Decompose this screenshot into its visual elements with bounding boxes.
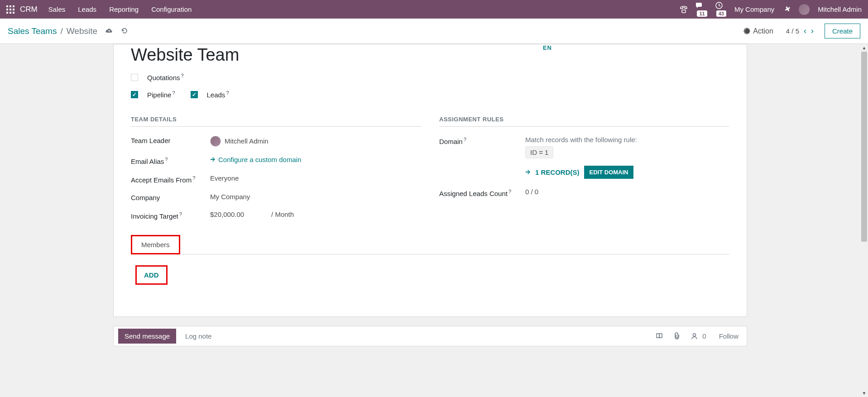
pipeline-checkbox[interactable] <box>131 91 138 98</box>
svg-rect-5 <box>13 9 14 10</box>
nav-menu: Sales Leads Reporting Configuration <box>48 5 192 13</box>
company-value[interactable]: My Company <box>210 193 421 201</box>
invoicing-help-icon[interactable]: ? <box>179 211 182 217</box>
accept-emails-value[interactable]: Everyone <box>210 174 421 182</box>
create-button[interactable]: Create <box>825 24 860 38</box>
pager-prev[interactable]: ‹ <box>804 26 806 36</box>
nav-menu-configuration[interactable]: Configuration <box>151 5 192 13</box>
team-details-title: TEAM DETAILS <box>131 116 421 127</box>
scrollbar-thumb[interactable] <box>861 52 867 242</box>
tab-members[interactable]: Members <box>131 235 180 254</box>
messages-badge: 11 <box>697 10 707 17</box>
accept-emails-help-icon[interactable]: ? <box>192 175 195 181</box>
chatter: Send message Log note 0 Follow <box>113 326 747 346</box>
configure-domain-text: Configure a custom domain <box>218 156 301 163</box>
team-leader-avatar <box>210 136 221 147</box>
discard-icon[interactable] <box>121 28 128 34</box>
cloud-save-icon[interactable] <box>106 28 113 34</box>
nav-menu-reporting[interactable]: Reporting <box>109 5 139 13</box>
assigned-leads-value: 0 / 0 <box>525 188 729 196</box>
scrollbar-track[interactable] <box>860 52 868 389</box>
team-leader-value[interactable]: Mitchell Admin <box>210 136 421 147</box>
action-dropdown[interactable]: Action <box>743 27 773 35</box>
svg-rect-3 <box>6 9 8 10</box>
domain-chip: ID = 1 <box>525 146 553 158</box>
messages-icon[interactable]: 11 <box>696 2 707 17</box>
pager-text: 4 / 5 <box>786 27 799 35</box>
chatter-book-icon[interactable] <box>656 333 663 340</box>
add-member-button[interactable]: ADD <box>135 265 168 285</box>
leads-help-icon[interactable]: ? <box>226 90 229 96</box>
records-link[interactable]: 1 RECORD(S) <box>535 168 580 176</box>
user-avatar[interactable] <box>799 4 810 15</box>
edit-domain-button[interactable]: EDIT DOMAIN <box>584 166 634 179</box>
log-note-button[interactable]: Log note <box>185 332 211 340</box>
action-label: Action <box>753 27 773 35</box>
activities-badge: 43 <box>716 10 726 17</box>
scrollbar-down-arrow[interactable]: ▼ <box>860 389 868 397</box>
configure-domain-link[interactable]: Configure a custom domain <box>210 156 301 163</box>
assignment-rules-section: ASSIGNMENT RULES Domain? Match records w… <box>439 116 729 220</box>
options-row-2: Pipeline? Leads? <box>131 90 729 99</box>
app-brand[interactable]: CRM <box>20 5 38 14</box>
leads-label: Leads <box>207 91 225 99</box>
svg-rect-9 <box>682 10 686 13</box>
leads-checkbox[interactable] <box>191 91 198 98</box>
quotations-help-icon[interactable]: ? <box>181 73 184 78</box>
pipeline-help-icon[interactable]: ? <box>172 90 175 96</box>
follow-button[interactable]: Follow <box>719 332 739 340</box>
svg-rect-8 <box>13 12 14 14</box>
assignment-rules-title: ASSIGNMENT RULES <box>439 116 729 127</box>
debug-icon[interactable] <box>782 5 791 14</box>
assigned-leads-label: Assigned Leads Count <box>439 190 508 197</box>
svg-rect-7 <box>10 12 11 14</box>
invoicing-value[interactable]: $20,000.00 <box>210 210 244 218</box>
team-leader-name: Mitchell Admin <box>225 137 269 145</box>
svg-rect-6 <box>6 12 8 14</box>
phone-icon[interactable] <box>680 6 688 13</box>
domain-help-icon[interactable]: ? <box>464 137 466 142</box>
followers-count: 0 <box>702 332 706 340</box>
team-leader-label: Team Leader <box>131 136 210 144</box>
svg-point-12 <box>746 30 748 32</box>
team-details-section: TEAM DETAILS Team Leader Mitchell Admin … <box>131 116 421 220</box>
pager-next[interactable]: › <box>811 26 814 36</box>
attachment-icon[interactable] <box>674 332 680 340</box>
followers-icon[interactable]: 0 <box>691 332 710 340</box>
breadcrumb: Sales Teams / Website <box>8 26 128 36</box>
breadcrumb-root[interactable]: Sales Teams <box>8 26 57 36</box>
svg-rect-0 <box>6 5 8 7</box>
email-alias-label: Email Alias <box>131 158 164 165</box>
control-bar: Sales Teams / Website Action 4 / 5 ‹ › C… <box>0 19 868 44</box>
svg-point-13 <box>693 334 696 336</box>
quotations-checkbox[interactable] <box>131 74 138 81</box>
user-name[interactable]: Mitchell Admin <box>818 5 862 13</box>
quotations-label: Quotations <box>147 74 180 81</box>
activities-icon[interactable]: 43 <box>715 2 726 17</box>
invoicing-unit: / Month <box>271 210 294 218</box>
send-message-button[interactable]: Send message <box>118 329 176 344</box>
nav-menu-sales[interactable]: Sales <box>48 5 66 13</box>
accept-emails-label: Accept Emails From <box>131 176 192 184</box>
breadcrumb-current: Website <box>67 26 97 36</box>
domain-label: Domain <box>439 138 463 145</box>
apps-icon[interactable] <box>6 5 14 14</box>
nav-right: 11 43 My Company Mitchell Admin <box>680 2 862 17</box>
scrollbar-up-arrow[interactable]: ▲ <box>860 44 868 52</box>
svg-rect-1 <box>10 5 11 7</box>
breadcrumb-sep: / <box>60 26 62 36</box>
nav-menu-leads[interactable]: Leads <box>78 5 96 13</box>
company-switcher[interactable]: My Company <box>734 5 774 13</box>
assigned-leads-help-icon[interactable]: ? <box>508 189 511 194</box>
company-label: Company <box>131 193 210 201</box>
vertical-scrollbar[interactable]: ▲ ▼ <box>860 44 868 397</box>
svg-rect-2 <box>13 5 14 7</box>
lang-badge[interactable]: EN <box>543 44 552 51</box>
pipeline-label: Pipeline <box>147 91 171 99</box>
tabs: Members <box>131 234 729 254</box>
page-title[interactable]: Website Team <box>131 45 729 65</box>
domain-desc: Match records with the following rule: <box>525 136 729 143</box>
top-navbar: CRM Sales Leads Reporting Configuration … <box>0 0 868 19</box>
email-alias-help-icon[interactable]: ? <box>165 157 168 162</box>
form-scroll-area: EN Website Team Quotations? Pipeline? Le… <box>0 44 860 397</box>
